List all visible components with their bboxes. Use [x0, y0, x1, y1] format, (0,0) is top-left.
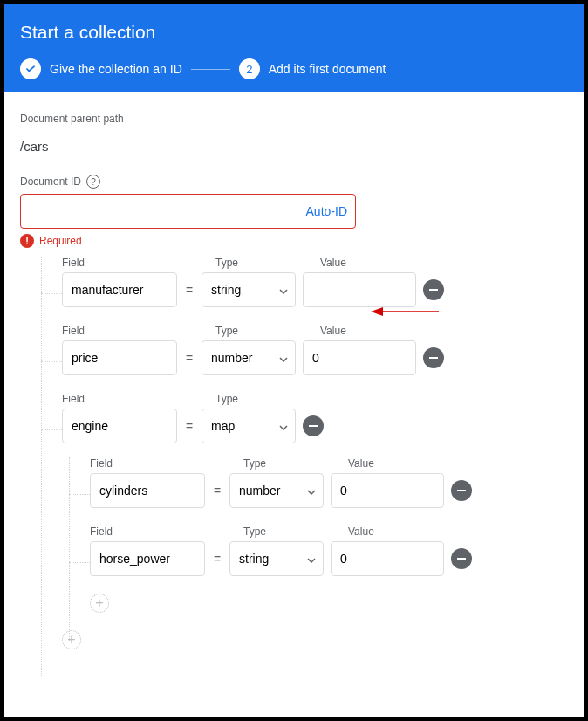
- value-header: Value: [348, 457, 462, 470]
- type-header: Type: [243, 457, 338, 470]
- field-row: FieldType=mapFieldTypeValue=numberFieldT…: [41, 393, 568, 613]
- document-id-label: Document ID: [20, 175, 81, 188]
- field-header: Field: [90, 525, 205, 538]
- value-input[interactable]: [331, 541, 444, 576]
- value-input[interactable]: [303, 272, 416, 307]
- type-value: number: [211, 351, 252, 365]
- chevron-down-icon: [279, 283, 288, 297]
- type-header: Type: [215, 325, 310, 337]
- field-header: Field: [62, 257, 177, 269]
- type-header: Type: [215, 393, 310, 405]
- chevron-down-icon: [307, 484, 316, 498]
- equals-sign: =: [212, 484, 222, 498]
- parent-path-label: Document parent path: [20, 113, 568, 125]
- parent-path-value: /cars: [20, 139, 568, 154]
- remove-field-button[interactable]: [451, 480, 472, 501]
- equals-sign: =: [184, 351, 195, 365]
- step-2[interactable]: 2 Add its first document: [239, 58, 386, 79]
- required-error: ! Required: [20, 234, 568, 248]
- nested-fields: FieldTypeValue=numberFieldTypeValue=stri…: [69, 457, 568, 613]
- field-name-input[interactable]: [62, 272, 177, 307]
- equals-sign: =: [212, 552, 222, 566]
- step-1-label: Give the collection an ID: [50, 62, 182, 76]
- check-icon: [20, 58, 41, 79]
- add-field-button[interactable]: +: [62, 630, 81, 649]
- value-input[interactable]: [303, 340, 416, 375]
- remove-field-button[interactable]: [451, 548, 472, 569]
- value-header: Value: [320, 257, 434, 269]
- type-select[interactable]: string: [202, 272, 296, 307]
- add-nested-field-button[interactable]: +: [90, 594, 109, 613]
- remove-field-button[interactable]: [423, 347, 444, 368]
- value-input[interactable]: [331, 473, 444, 508]
- type-select[interactable]: number: [202, 340, 296, 375]
- field-row: FieldTypeValue=number: [69, 457, 568, 508]
- value-header: Value: [348, 525, 462, 538]
- value-header: Value: [320, 325, 434, 337]
- field-name-input[interactable]: [90, 541, 205, 576]
- remove-field-button[interactable]: [423, 279, 444, 300]
- type-select[interactable]: number: [229, 473, 324, 508]
- type-header: Type: [243, 525, 338, 538]
- chevron-down-icon: [279, 351, 288, 365]
- field-header: Field: [62, 325, 177, 337]
- step-1[interactable]: Give the collection an ID: [20, 58, 182, 79]
- step-divider: [191, 69, 230, 70]
- field-row: FieldTypeValue=number: [41, 325, 568, 375]
- dialog-header: Start a collection Give the collection a…: [4, 4, 584, 92]
- equals-sign: =: [184, 283, 195, 297]
- field-name-input[interactable]: [90, 473, 205, 508]
- chevron-down-icon: [307, 552, 316, 566]
- type-value: string: [239, 552, 269, 566]
- field-name-input[interactable]: [62, 409, 177, 443]
- field-name-input[interactable]: [62, 340, 177, 375]
- error-icon: !: [20, 234, 34, 248]
- dialog-title: Start a collection: [20, 22, 568, 43]
- type-header: Type: [215, 257, 310, 269]
- type-value: string: [211, 283, 241, 297]
- type-value: map: [211, 419, 235, 433]
- stepper: Give the collection an ID 2 Add its firs…: [20, 58, 568, 79]
- required-text: Required: [39, 235, 82, 247]
- type-select[interactable]: string: [229, 541, 324, 576]
- field-header: Field: [62, 393, 177, 405]
- type-value: number: [239, 484, 280, 498]
- auto-id-button[interactable]: Auto-ID: [306, 194, 347, 229]
- fields-container: FieldTypeValue=stringFieldTypeValue=numb…: [41, 257, 568, 649]
- field-row: FieldTypeValue=string: [69, 525, 568, 576]
- field-header: Field: [90, 457, 205, 470]
- remove-field-button[interactable]: [303, 415, 324, 436]
- field-row: FieldTypeValue=string: [41, 257, 568, 307]
- dialog-body: Document parent path /cars Document ID ?…: [4, 92, 584, 665]
- equals-sign: =: [184, 419, 195, 433]
- step-2-number: 2: [239, 58, 260, 79]
- type-select[interactable]: map: [202, 409, 296, 443]
- chevron-down-icon: [279, 419, 288, 433]
- step-2-label: Add its first document: [269, 62, 386, 76]
- help-icon[interactable]: ?: [86, 175, 100, 189]
